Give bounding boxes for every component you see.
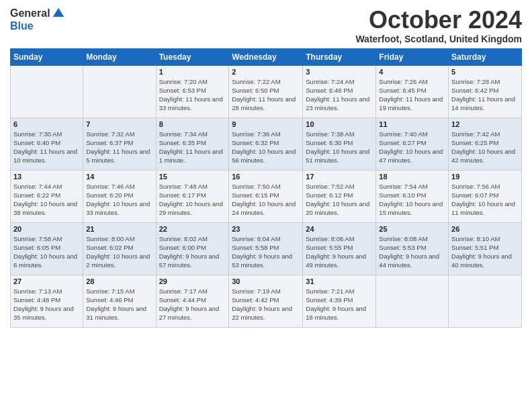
day-detail: Sunrise: 7:52 AMSunset: 6:12 PMDaylight:… [306, 182, 373, 218]
day-number: 23 [232, 225, 300, 233]
table-row: 10Sunrise: 7:38 AMSunset: 6:30 PMDayligh… [303, 118, 376, 170]
header-saturday: Saturday [449, 48, 522, 65]
header: General Blue October 2024 Waterfoot, Sco… [10, 7, 522, 44]
day-detail: Sunrise: 7:46 AMSunset: 6:20 PMDaylight:… [86, 182, 152, 218]
table-row [449, 275, 522, 327]
day-detail: Sunrise: 7:28 AMSunset: 6:42 PMDaylight:… [451, 77, 519, 113]
table-row: 13Sunrise: 7:44 AMSunset: 6:22 PMDayligh… [11, 170, 83, 222]
table-row: 11Sunrise: 7:40 AMSunset: 6:27 PMDayligh… [376, 118, 449, 170]
table-row: 17Sunrise: 7:52 AMSunset: 6:12 PMDayligh… [303, 170, 376, 222]
day-detail: Sunrise: 7:38 AMSunset: 6:30 PMDaylight:… [306, 130, 373, 165]
table-row: 2Sunrise: 7:22 AMSunset: 6:50 PMDaylight… [229, 65, 303, 118]
day-number: 19 [451, 173, 519, 181]
day-number: 1 [159, 68, 226, 76]
table-row: 28Sunrise: 7:15 AMSunset: 4:46 PMDayligh… [83, 275, 156, 327]
day-number: 30 [232, 277, 300, 285]
day-number: 13 [13, 173, 80, 181]
day-number: 2 [232, 68, 300, 76]
day-detail: Sunrise: 7:44 AMSunset: 6:22 PMDaylight:… [13, 182, 80, 218]
day-number: 5 [451, 68, 519, 76]
day-detail: Sunrise: 8:10 AMSunset: 5:51 PMDaylight:… [451, 234, 519, 270]
day-number: 31 [306, 277, 373, 285]
table-row: 21Sunrise: 8:00 AMSunset: 6:02 PMDayligh… [83, 222, 156, 275]
day-number: 22 [159, 225, 226, 233]
table-row: 20Sunrise: 7:58 AMSunset: 6:05 PMDayligh… [11, 222, 83, 275]
day-detail: Sunrise: 7:20 AMSunset: 6:53 PMDaylight:… [159, 77, 226, 113]
day-number: 18 [379, 173, 445, 181]
header-thursday: Thursday [303, 48, 376, 65]
day-number: 11 [379, 120, 445, 128]
table-row [83, 65, 156, 118]
day-number: 8 [159, 120, 226, 128]
table-row: 24Sunrise: 8:06 AMSunset: 5:55 PMDayligh… [303, 222, 376, 275]
table-row: 5Sunrise: 7:28 AMSunset: 6:42 PMDaylight… [449, 65, 522, 118]
table-row: 25Sunrise: 8:08 AMSunset: 5:53 PMDayligh… [376, 222, 449, 275]
title-section: October 2024 Waterfoot, Scotland, United… [355, 7, 522, 44]
table-row: 30Sunrise: 7:19 AMSunset: 4:42 PMDayligh… [229, 275, 303, 327]
day-number: 29 [159, 277, 226, 285]
month-title: October 2024 [355, 7, 522, 34]
table-row [11, 65, 83, 118]
calendar-week-row: 6Sunrise: 7:30 AMSunset: 6:40 PMDaylight… [11, 118, 522, 170]
logo-blue-text: Blue [10, 20, 34, 32]
day-number: 10 [306, 120, 373, 128]
table-row: 26Sunrise: 8:10 AMSunset: 5:51 PMDayligh… [449, 222, 522, 275]
day-number: 16 [232, 173, 300, 181]
table-row: 19Sunrise: 7:56 AMSunset: 6:07 PMDayligh… [449, 170, 522, 222]
day-detail: Sunrise: 7:34 AMSunset: 6:35 PMDaylight:… [159, 130, 226, 165]
day-detail: Sunrise: 7:36 AMSunset: 6:32 PMDaylight:… [232, 130, 300, 165]
day-detail: Sunrise: 7:24 AMSunset: 6:48 PMDaylight:… [306, 77, 373, 113]
table-row: 29Sunrise: 7:17 AMSunset: 4:44 PMDayligh… [156, 275, 229, 327]
calendar-week-row: 13Sunrise: 7:44 AMSunset: 6:22 PMDayligh… [11, 170, 522, 222]
day-detail: Sunrise: 7:58 AMSunset: 6:05 PMDaylight:… [13, 234, 80, 270]
table-row: 15Sunrise: 7:48 AMSunset: 6:17 PMDayligh… [156, 170, 229, 222]
day-detail: Sunrise: 7:30 AMSunset: 6:40 PMDaylight:… [13, 130, 80, 165]
day-number: 27 [13, 277, 80, 285]
table-row: 27Sunrise: 7:13 AMSunset: 4:48 PMDayligh… [11, 275, 83, 327]
day-number: 3 [306, 68, 373, 76]
table-row [376, 275, 449, 327]
day-number: 15 [159, 173, 226, 181]
day-detail: Sunrise: 8:06 AMSunset: 5:55 PMDaylight:… [306, 234, 373, 270]
day-detail: Sunrise: 7:48 AMSunset: 6:17 PMDaylight:… [159, 182, 226, 218]
header-monday: Monday [83, 48, 156, 65]
table-row: 3Sunrise: 7:24 AMSunset: 6:48 PMDaylight… [303, 65, 376, 118]
day-detail: Sunrise: 7:13 AMSunset: 4:48 PMDaylight:… [13, 287, 80, 322]
table-row: 22Sunrise: 8:02 AMSunset: 6:00 PMDayligh… [156, 222, 229, 275]
table-row: 18Sunrise: 7:54 AMSunset: 6:10 PMDayligh… [376, 170, 449, 222]
calendar-week-row: 20Sunrise: 7:58 AMSunset: 6:05 PMDayligh… [11, 222, 522, 275]
page: General Blue October 2024 Waterfoot, Sco… [0, 0, 532, 411]
calendar-week-row: 27Sunrise: 7:13 AMSunset: 4:48 PMDayligh… [11, 275, 522, 327]
table-row: 1Sunrise: 7:20 AMSunset: 6:53 PMDaylight… [156, 65, 229, 118]
table-row: 31Sunrise: 7:21 AMSunset: 4:39 PMDayligh… [303, 275, 376, 327]
day-number: 14 [86, 173, 152, 181]
day-detail: Sunrise: 7:21 AMSunset: 4:39 PMDaylight:… [306, 287, 373, 322]
day-detail: Sunrise: 8:00 AMSunset: 6:02 PMDaylight:… [86, 234, 152, 270]
day-detail: Sunrise: 8:04 AMSunset: 5:58 PMDaylight:… [232, 234, 300, 270]
table-row: 14Sunrise: 7:46 AMSunset: 6:20 PMDayligh… [83, 170, 156, 222]
header-friday: Friday [376, 48, 449, 65]
table-row: 12Sunrise: 7:42 AMSunset: 6:25 PMDayligh… [449, 118, 522, 170]
day-detail: Sunrise: 7:15 AMSunset: 4:46 PMDaylight:… [86, 287, 152, 322]
day-number: 4 [379, 68, 445, 76]
table-row: 6Sunrise: 7:30 AMSunset: 6:40 PMDaylight… [11, 118, 83, 170]
day-detail: Sunrise: 7:54 AMSunset: 6:10 PMDaylight:… [379, 182, 445, 218]
table-row: 23Sunrise: 8:04 AMSunset: 5:58 PMDayligh… [229, 222, 303, 275]
day-number: 12 [451, 120, 519, 128]
day-detail: Sunrise: 7:32 AMSunset: 6:37 PMDaylight:… [86, 130, 152, 165]
day-detail: Sunrise: 8:02 AMSunset: 6:00 PMDaylight:… [159, 234, 226, 270]
day-number: 9 [232, 120, 300, 128]
day-number: 24 [306, 225, 373, 233]
calendar-header-row: Sunday Monday Tuesday Wednesday Thursday… [11, 48, 522, 65]
day-number: 26 [451, 225, 519, 233]
calendar-week-row: 1Sunrise: 7:20 AMSunset: 6:53 PMDaylight… [11, 65, 522, 118]
day-number: 20 [13, 225, 80, 233]
logo-general-text: General [10, 7, 50, 19]
day-detail: Sunrise: 7:26 AMSunset: 6:45 PMDaylight:… [379, 77, 445, 113]
day-detail: Sunrise: 7:19 AMSunset: 4:42 PMDaylight:… [232, 287, 300, 322]
day-detail: Sunrise: 7:56 AMSunset: 6:07 PMDaylight:… [451, 182, 519, 218]
calendar: Sunday Monday Tuesday Wednesday Thursday… [10, 48, 522, 328]
table-row: 8Sunrise: 7:34 AMSunset: 6:35 PMDaylight… [156, 118, 229, 170]
day-number: 6 [13, 120, 80, 128]
day-number: 17 [306, 173, 373, 181]
